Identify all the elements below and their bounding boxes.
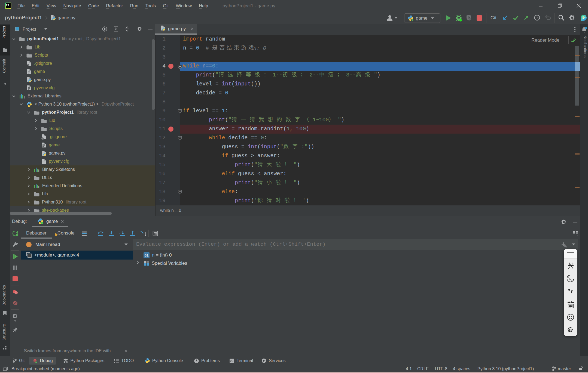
svg-text:PC: PC [6, 4, 9, 6]
